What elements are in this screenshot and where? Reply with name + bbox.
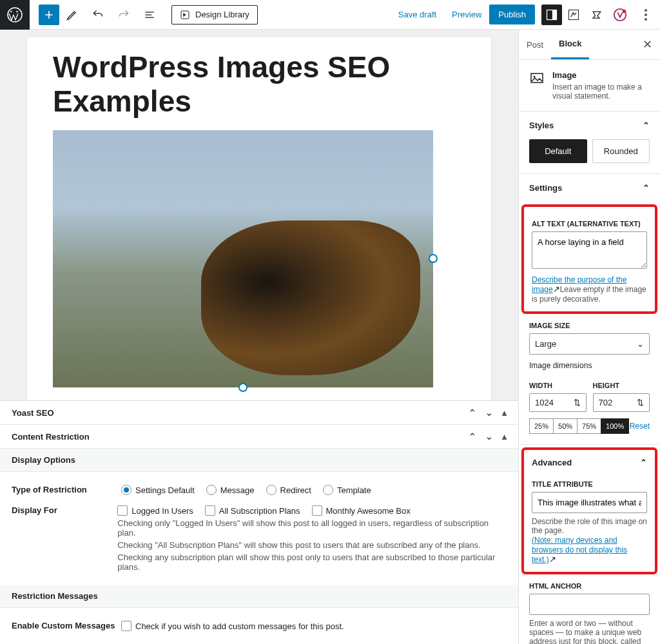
settings-panel-header[interactable]: Settings⌃ — [519, 174, 660, 202]
check-monthly-box[interactable]: Monthly Awesome Box — [312, 505, 411, 516]
alt-text-highlight: ALT TEXT (ALTERNATIVE TEXT) Describe the… — [521, 204, 657, 314]
save-draft-button[interactable]: Save draft — [391, 5, 444, 24]
radio-message[interactable]: Message — [206, 485, 255, 495]
image-icon — [529, 70, 545, 101]
reset-button[interactable]: Reset — [630, 422, 650, 431]
tab-post[interactable]: Post — [519, 31, 551, 59]
title-note-link[interactable]: (Note: many devices and browsers do not … — [532, 536, 627, 564]
chevron-down-icon[interactable]: ⌄ — [485, 407, 493, 418]
add-block-button[interactable] — [39, 5, 59, 25]
dimensions-label: Image dimensions — [529, 361, 650, 370]
chevron-up-icon[interactable]: ⌃ — [469, 431, 476, 442]
plugin-icon-2[interactable] — [589, 7, 605, 23]
radio-template[interactable]: Template — [323, 485, 371, 495]
svg-point-7 — [645, 9, 647, 12]
check-enable-custom[interactable]: Check if you wish to add custom messages… — [121, 621, 344, 631]
caret-up-icon[interactable]: ▴ — [502, 431, 507, 442]
height-input[interactable]: 702⇅ — [593, 393, 650, 412]
settings-toggle-button[interactable] — [541, 5, 562, 25]
chevron-down-icon[interactable]: ⌄ — [485, 431, 493, 442]
more-menu-icon[interactable] — [638, 9, 654, 21]
external-icon: ↗ — [549, 554, 556, 564]
pct-100-button[interactable]: 100% — [601, 418, 629, 434]
design-library-label: Design Library — [195, 10, 249, 19]
caret-up-icon[interactable]: ▴ — [502, 407, 507, 418]
width-input[interactable]: 1024⇅ — [529, 393, 587, 412]
chevron-up-icon: ⌃ — [643, 121, 650, 130]
style-rounded-button[interactable]: Rounded — [592, 139, 650, 163]
chevron-down-icon: ⌄ — [637, 339, 644, 349]
stepper-icon[interactable]: ⇅ — [574, 398, 581, 407]
wp-logo[interactable] — [0, 0, 30, 30]
chevron-up-icon[interactable]: ⌃ — [469, 407, 476, 418]
pct-75-button[interactable]: 75% — [577, 418, 601, 434]
stepper-icon[interactable]: ⇅ — [637, 398, 644, 407]
alt-text-input[interactable] — [532, 231, 647, 269]
chevron-up-icon: ⌃ — [640, 458, 647, 467]
pct-25-button[interactable]: 25% — [529, 418, 554, 434]
svg-rect-17 — [531, 73, 543, 83]
svg-point-9 — [645, 18, 647, 21]
svg-point-6 — [623, 9, 626, 13]
image-size-select[interactable]: Large⌄ — [529, 333, 650, 355]
style-default-button[interactable]: Default — [529, 139, 587, 163]
undo-icon[interactable] — [90, 7, 106, 23]
horse-photo — [53, 130, 433, 387]
restriction-messages-header: Restriction Messages — [0, 585, 518, 608]
yoast-icon[interactable] — [612, 7, 628, 23]
block-name: Image — [552, 70, 650, 80]
design-library-button[interactable]: Design Library — [171, 5, 258, 24]
display-for-label: Display For — [12, 505, 117, 515]
editor-topbar: Design Library Save draft Preview Publis… — [0, 0, 660, 30]
meta-boxes: Yoast SEO ⌃⌄▴ Content Restriction ⌃⌄▴ Di… — [0, 400, 518, 644]
title-attr-input[interactable] — [532, 492, 647, 513]
enable-custom-label: Enable Custom Messages — [12, 621, 121, 630]
block-description: Insert an image to make a visual stateme… — [552, 83, 650, 101]
check-all-plans[interactable]: All Subscription Plans — [205, 505, 300, 516]
editor-canvas: WordPress Images SEO Examples Replace — [27, 37, 491, 400]
post-title[interactable]: WordPress Images SEO Examples — [53, 50, 465, 119]
image-block[interactable] — [53, 130, 433, 387]
radio-redirect[interactable]: Redirect — [266, 485, 311, 495]
svg-rect-4 — [569, 10, 579, 19]
resize-handle-right[interactable] — [429, 254, 438, 263]
pct-50-button[interactable]: 50% — [553, 418, 578, 434]
radio-settings-default[interactable]: Settings Default — [121, 485, 195, 495]
advanced-panel-header[interactable]: Advanced⌃ — [532, 455, 647, 473]
content-restriction-header[interactable]: Content Restriction ⌃⌄▴ — [0, 425, 518, 449]
preview-button[interactable]: Preview — [444, 5, 489, 24]
display-options-header: Display Options — [0, 449, 518, 472]
help-text: Checking only "Logged In Users" will sho… — [117, 518, 507, 538]
edit-mode-icon[interactable] — [64, 7, 80, 23]
help-text: Checking any subscription plan will show… — [117, 552, 507, 572]
plugin-icon-1[interactable] — [566, 7, 581, 23]
close-sidebar-icon[interactable]: ✕ — [643, 37, 652, 52]
help-text: Checking "All Subscription Plans" will s… — [117, 540, 507, 550]
styles-panel-header[interactable]: Styles⌃ — [519, 112, 660, 139]
alt-text-label: ALT TEXT (ALTERNATIVE TEXT) — [532, 220, 647, 228]
type-of-restriction-label: Type of Restriction — [12, 485, 121, 494]
title-attr-label: TITLE ATTRIBUTE — [532, 480, 647, 488]
svg-point-8 — [645, 14, 647, 16]
html-anchor-label: HTML ANCHOR — [529, 582, 650, 590]
svg-rect-3 — [552, 10, 557, 19]
external-icon: ↗ — [553, 284, 560, 294]
chevron-up-icon: ⌃ — [643, 183, 650, 193]
check-logged-in[interactable]: Logged In Users — [117, 505, 193, 516]
list-view-icon[interactable] — [142, 7, 157, 23]
image-size-label: IMAGE SIZE — [529, 322, 650, 329]
tab-block[interactable]: Block — [551, 30, 589, 59]
resize-handle-bottom[interactable] — [238, 383, 248, 392]
settings-sidebar: Post Block ✕ Image Insert an image to ma… — [518, 30, 660, 644]
redo-icon[interactable] — [116, 7, 131, 23]
advanced-highlight: Advanced⌃ TITLE ATTRIBUTE Describe the r… — [521, 447, 657, 574]
yoast-panel-header[interactable]: Yoast SEO ⌃⌄▴ — [0, 401, 518, 425]
publish-button[interactable]: Publish — [489, 5, 535, 24]
html-anchor-input[interactable] — [529, 594, 650, 615]
